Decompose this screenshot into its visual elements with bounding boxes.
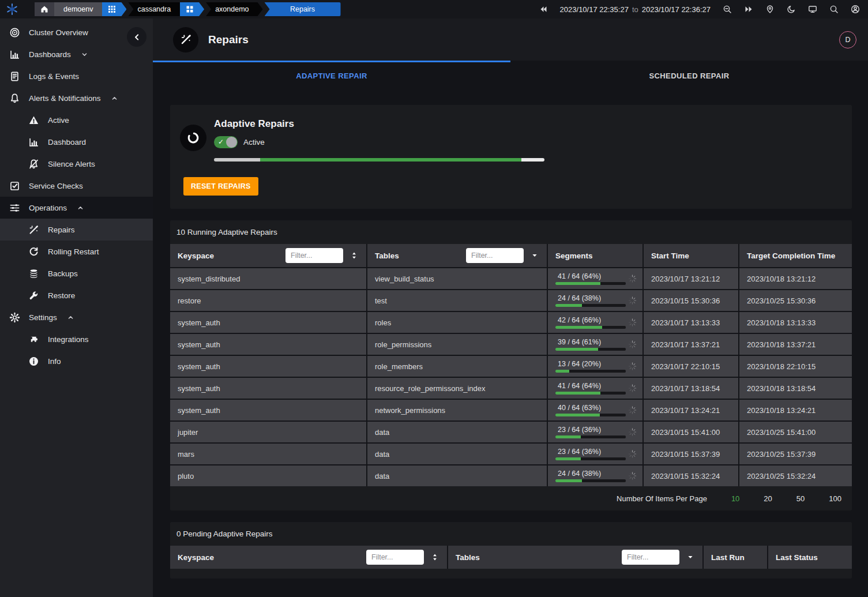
target-icon xyxy=(9,27,20,38)
progress-segment xyxy=(214,158,260,162)
active-toggle[interactable]: ✓ xyxy=(214,136,238,148)
caret-down-icon[interactable] xyxy=(686,553,695,562)
time-range-picker[interactable]: 2023/10/17 22:35:27 to 2023/10/17 22:36:… xyxy=(560,5,711,14)
rewind-icon[interactable] xyxy=(539,5,548,14)
target-completion-cell: 2023/10/18 13:37:21 xyxy=(739,334,852,355)
tab-scheduled-repair[interactable]: SCHEDULED REPAIR xyxy=(510,61,868,89)
keyspace-cell: system_auth xyxy=(170,356,366,377)
app-logo-icon[interactable] xyxy=(5,2,20,17)
sidebar-item-settings[interactable]: Settings xyxy=(0,306,153,328)
target-completion-cell: 2023/10/18 13:13:33 xyxy=(739,312,852,333)
sidebar-collapse-button[interactable] xyxy=(127,27,146,47)
table-cell: test xyxy=(367,290,547,311)
breadcrumb-env[interactable]: demoenv xyxy=(54,2,102,16)
sidebar-item-integrations[interactable]: Integrations xyxy=(0,328,153,350)
sidebar-item-restore[interactable]: Restore xyxy=(0,284,153,306)
tabstrip: ADAPTIVE REPAIR SCHEDULED REPAIR xyxy=(153,61,868,89)
info-icon xyxy=(28,356,39,367)
page-size-option-20[interactable]: 20 xyxy=(764,494,772,503)
segments-progressbar xyxy=(555,392,626,395)
sidebar-item-silence-alerts[interactable]: Silence Alerts xyxy=(0,153,153,175)
breadcrumb-cluster[interactable]: axondemo xyxy=(206,2,262,16)
column-header-last-run: Last Run xyxy=(704,546,767,569)
fast-forward-icon[interactable] xyxy=(744,5,753,14)
home-icon xyxy=(40,5,49,14)
sidebar-item-dashboard[interactable]: Dashboard xyxy=(0,131,153,153)
page-size-option-50[interactable]: 50 xyxy=(796,494,805,503)
sort-icon[interactable] xyxy=(430,553,439,562)
segments-text: 23 / 64 (36%) xyxy=(558,448,601,456)
segments-cell: 23 / 64 (36%) xyxy=(548,422,642,442)
sidebar-item-service-checks[interactable]: Service Checks xyxy=(0,175,153,197)
column-label: Tables xyxy=(375,251,399,260)
breadcrumb-page[interactable]: Repairs xyxy=(265,2,341,16)
segments-text: 42 / 64 (66%) xyxy=(558,316,601,324)
column-header-segments: Segments xyxy=(548,244,642,267)
active-toggle-label: Active xyxy=(243,138,265,147)
home-icon[interactable] xyxy=(35,2,54,16)
sidebar-item-label: Logs & Events xyxy=(29,72,79,81)
keyspace-cell: mars xyxy=(170,444,366,464)
column-header-keyspace: Keyspace xyxy=(170,546,447,569)
sidebar-item-logs-events[interactable]: Logs & Events xyxy=(0,65,153,87)
moon-icon[interactable] xyxy=(787,5,796,14)
column-label: Start Time xyxy=(651,251,689,260)
zoom-out-icon[interactable] xyxy=(723,5,732,14)
segments-progressbar xyxy=(555,304,626,307)
sidebar-item-rolling-restart[interactable]: Rolling Restart xyxy=(0,241,153,262)
env-grid-button[interactable] xyxy=(102,2,126,16)
sidebar-item-dashboards[interactable]: Dashboards xyxy=(0,43,153,65)
chevron-up-icon xyxy=(67,314,74,321)
page-size-option-100[interactable]: 100 xyxy=(829,494,841,503)
sidebar-item-alerts-notifications[interactable]: Alerts & Notifications xyxy=(0,87,153,109)
search-icon[interactable] xyxy=(829,5,839,14)
sidebar-item-repairs[interactable]: Repairs xyxy=(0,219,153,241)
column-label: Keyspace xyxy=(178,553,214,562)
table-cell: data xyxy=(367,465,547,486)
sort-icon[interactable] xyxy=(350,251,359,260)
sidebar-item-info[interactable]: Info xyxy=(0,350,153,372)
sidebar-nav: Cluster OverviewDashboardsLogs & EventsA… xyxy=(0,21,153,372)
running-repairs-table: Keyspace Tables Segments Start Time Targ… xyxy=(170,244,852,486)
segments-progressbar xyxy=(555,348,626,351)
segments-text: 40 / 64 (63%) xyxy=(558,404,601,412)
sidebar-item-operations[interactable]: Operations xyxy=(0,197,153,219)
topbar-actions xyxy=(723,5,860,14)
reset-repairs-button[interactable]: RESET REPAIRS xyxy=(183,177,258,196)
keyspace-cell: pluto xyxy=(170,465,366,486)
caret-down-icon[interactable] xyxy=(530,251,539,260)
column-label: Last Run xyxy=(711,553,745,562)
column-label: Segments xyxy=(555,251,593,260)
adaptive-repairs-progressbar xyxy=(214,158,544,162)
ring-icon xyxy=(186,131,200,145)
tables-filter-input[interactable] xyxy=(466,248,524,263)
time-range-to: 2023/10/17 22:36:27 xyxy=(642,5,711,14)
breadcrumb-service[interactable]: cassandra xyxy=(128,2,180,16)
tables-filter-input[interactable] xyxy=(622,550,679,565)
keyspace-cell: restore xyxy=(170,290,366,311)
segments-cell: 13 / 64 (20%) xyxy=(548,356,642,377)
sidebar-item-backups[interactable]: Backups xyxy=(0,262,153,284)
keyspace-filter-input[interactable] xyxy=(285,248,343,263)
sidebar-item-label: Backups xyxy=(48,269,78,278)
segments-progressbar xyxy=(555,282,626,285)
topbar: demoenv cassandra axondemo Repairs 2023/… xyxy=(0,0,868,18)
location-icon[interactable] xyxy=(765,5,775,14)
display-icon[interactable] xyxy=(808,5,817,14)
tab-adaptive-repair[interactable]: ADAPTIVE REPAIR xyxy=(153,61,510,89)
segments-text: 24 / 64 (38%) xyxy=(558,294,601,302)
start-time-cell: 2023/10/15 15:41:00 xyxy=(644,422,738,442)
pagination: Number Of Items Per Page 102050100 xyxy=(170,486,852,510)
start-time-cell: 2023/10/15 15:30:36 xyxy=(644,290,738,311)
sidebar-item-label: Silence Alerts xyxy=(48,160,95,168)
user-icon[interactable] xyxy=(851,5,860,14)
user-avatar[interactable]: D xyxy=(839,31,856,48)
page-size-option-10[interactable]: 10 xyxy=(731,494,739,503)
segments-progressbar xyxy=(555,457,626,460)
sidebar-item-active[interactable]: Active xyxy=(0,109,153,131)
checkbox-icon xyxy=(9,181,20,192)
segments-progressbar xyxy=(555,326,626,329)
target-completion-cell: 2023/10/18 13:21:12 xyxy=(739,268,852,289)
service-grid-button[interactable] xyxy=(180,2,204,16)
keyspace-filter-input[interactable] xyxy=(366,550,424,565)
